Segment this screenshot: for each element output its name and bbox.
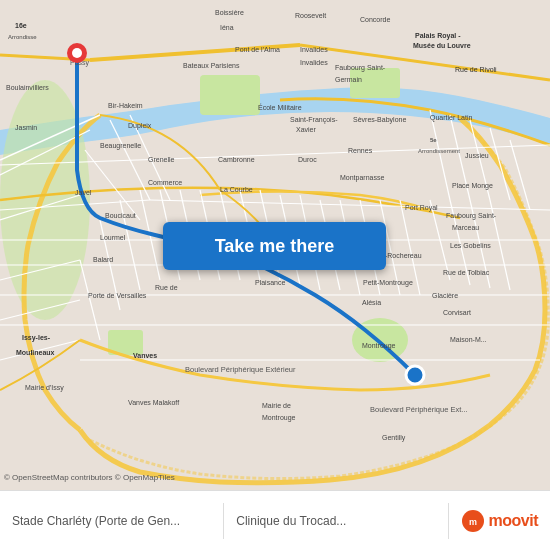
svg-text:Boissière: Boissière (215, 9, 244, 16)
svg-text:Jussieu: Jussieu (465, 152, 489, 159)
svg-text:Montrouge: Montrouge (362, 342, 396, 350)
svg-text:Place Monge: Place Monge (452, 182, 493, 190)
svg-text:Alésia: Alésia (362, 299, 381, 306)
svg-text:École Militaire: École Militaire (258, 103, 302, 111)
svg-point-75 (406, 366, 424, 384)
svg-text:Boulevard Périphérique Extérie: Boulevard Périphérique Extérieur (185, 365, 296, 374)
svg-text:Iéna: Iéna (220, 24, 234, 31)
svg-text:Port Royal: Port Royal (405, 204, 438, 212)
map-container: Boissière Roosevelt Concorde Iéna Pont d… (0, 0, 550, 490)
svg-text:Invalides: Invalides (300, 46, 328, 53)
svg-text:Glacière: Glacière (432, 292, 458, 299)
origin-label: Stade Charléty (Porte de Gen... (12, 514, 211, 528)
svg-text:Issy-les-: Issy-les- (22, 334, 51, 342)
svg-text:Rue de: Rue de (155, 284, 178, 291)
svg-text:Mairie de: Mairie de (262, 402, 291, 409)
svg-text:Jasmin: Jasmin (15, 124, 37, 131)
svg-text:Sèvres-Babylone: Sèvres-Babylone (353, 116, 406, 124)
svg-text:Arrondissement: Arrondissement (418, 148, 460, 154)
svg-text:Xavier: Xavier (296, 126, 317, 133)
svg-text:Boulainvilliers: Boulainvilliers (6, 84, 49, 91)
svg-text:Germain: Germain (335, 76, 362, 83)
destination-label: Clinique du Trocad... (236, 514, 435, 528)
svg-text:Petit-Montrouge: Petit-Montrouge (363, 279, 413, 287)
svg-text:Bateaux Parisiens: Bateaux Parisiens (183, 62, 240, 69)
svg-text:Gentilly: Gentilly (382, 434, 406, 442)
moovit-icon: m (461, 509, 485, 533)
destination-endpoint: Clinique du Trocad... (236, 514, 435, 528)
svg-text:Rennes: Rennes (348, 147, 373, 154)
svg-text:Boucicaut: Boucicaut (105, 212, 136, 219)
svg-text:Palais Royal -: Palais Royal - (415, 32, 461, 40)
svg-text:Commerce: Commerce (148, 179, 182, 186)
svg-text:Montrouge: Montrouge (262, 414, 296, 422)
origin-endpoint: Stade Charléty (Porte de Gen... (12, 514, 211, 528)
svg-text:La Courbe: La Courbe (220, 186, 253, 193)
route-divider (223, 503, 224, 539)
svg-text:Grenelle: Grenelle (148, 156, 175, 163)
svg-text:Javel: Javel (75, 189, 92, 196)
svg-text:Lourmel: Lourmel (100, 234, 126, 241)
svg-text:Pont de l'Alma: Pont de l'Alma (235, 46, 280, 53)
svg-text:Faubourg Saint-: Faubourg Saint- (335, 64, 386, 72)
svg-text:Roosevelt: Roosevelt (295, 12, 326, 19)
svg-text:Invalides: Invalides (300, 59, 328, 66)
svg-text:Saint-François-: Saint-François- (290, 116, 338, 124)
svg-text:Rue de Tolbiac: Rue de Tolbiac (443, 269, 490, 276)
svg-text:5e: 5e (430, 137, 437, 143)
app: Boissière Roosevelt Concorde Iéna Pont d… (0, 0, 550, 550)
svg-text:Marceau: Marceau (452, 224, 479, 231)
bottom-bar: Stade Charléty (Porte de Gen... Clinique… (0, 490, 550, 550)
svg-text:Bir-Hakeim: Bir-Hakeim (108, 102, 143, 109)
svg-text:Corvisart: Corvisart (443, 309, 471, 316)
svg-text:Mairie d'Issy: Mairie d'Issy (25, 384, 64, 392)
svg-text:Musée du Louvre: Musée du Louvre (413, 42, 471, 49)
svg-text:Cambronne: Cambronne (218, 156, 255, 163)
svg-text:Moulineaux: Moulineaux (16, 349, 55, 356)
svg-text:Montparnasse: Montparnasse (340, 174, 384, 182)
svg-text:Maison-M...: Maison-M... (450, 336, 487, 343)
svg-text:Vanves: Vanves (133, 352, 157, 359)
svg-point-74 (72, 48, 82, 58)
svg-rect-3 (350, 68, 400, 98)
svg-text:Balard: Balard (93, 256, 113, 263)
svg-text:© OpenStreetMap contributors ©: © OpenStreetMap contributors © OpenMapTi… (4, 473, 175, 482)
svg-text:Arrondisse: Arrondisse (8, 34, 37, 40)
route-divider-2 (448, 503, 449, 539)
svg-text:Plaisance: Plaisance (255, 279, 285, 286)
svg-text:Duroc: Duroc (298, 156, 317, 163)
svg-text:Porte de Versailles: Porte de Versailles (88, 292, 147, 299)
moovit-text: moovit (489, 512, 538, 530)
svg-text:Boulevard Périphérique Ext...: Boulevard Périphérique Ext... (370, 405, 468, 414)
moovit-logo: m moovit (461, 509, 538, 533)
svg-text:Faubourg Saint-: Faubourg Saint- (446, 212, 497, 220)
svg-text:Rue de Rivoli: Rue de Rivoli (455, 66, 497, 73)
svg-text:Vanves Malakoff: Vanves Malakoff (128, 399, 179, 406)
svg-text:Quartier Latin: Quartier Latin (430, 114, 473, 122)
svg-text:Dupleix: Dupleix (128, 122, 152, 130)
svg-text:Beaugrenelle: Beaugrenelle (100, 142, 141, 150)
svg-text:Les Gobelins: Les Gobelins (450, 242, 491, 249)
svg-text:16e: 16e (15, 22, 27, 29)
svg-text:Concorde: Concorde (360, 16, 390, 23)
svg-rect-1 (200, 75, 260, 115)
take-me-there-button[interactable]: Take me there (163, 222, 386, 270)
svg-text:m: m (469, 517, 477, 527)
